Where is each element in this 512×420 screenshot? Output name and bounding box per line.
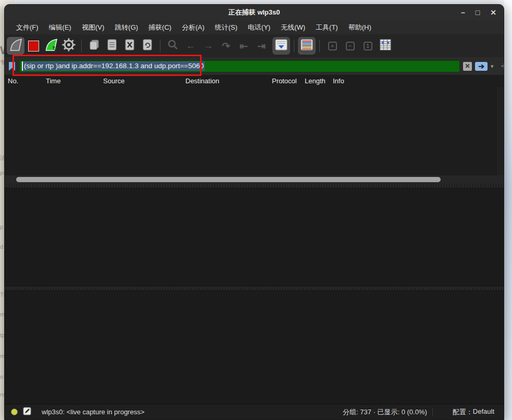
menu-item-edit[interactable]: 编辑(E): [44, 23, 77, 32]
display-filter-text: (sip or rtp )and ip.addr==192.168.1.3 an…: [22, 61, 205, 71]
close-file-icon: [123, 39, 136, 53]
desktop-background-right: [504, 0, 512, 420]
apply-filter-button[interactable]: ➔: [475, 62, 488, 71]
curved-arrow-icon: ↷: [222, 40, 230, 52]
pane-splitter-top[interactable]: [5, 184, 504, 188]
filter-bar: (sip or rtp )and ip.addr==192.168.1.3 an…: [5, 57, 504, 75]
search-icon: [167, 39, 179, 53]
zoom-out-icon: −: [346, 42, 355, 50]
zoom-original-button: 1: [359, 37, 377, 55]
bookmark-icon: [8, 61, 16, 71]
go-to-packet-button: ↷: [217, 37, 235, 55]
menu-item-statistics[interactable]: 统计(S): [209, 23, 242, 32]
save-capture-file-button[interactable]: [103, 37, 121, 55]
desktop-text-fragment: d: [0, 244, 3, 250]
status-separator: [432, 408, 433, 416]
resize-columns-button[interactable]: [377, 37, 394, 55]
desktop-text-fragment: p: [0, 224, 3, 230]
main-toolbar: ↻: [5, 34, 504, 57]
arrow-left-icon: ←: [186, 40, 196, 52]
reload-file-icon: [141, 39, 154, 53]
arrow-to-start-icon: ⇤: [240, 40, 248, 52]
window-controls: – □ ✕: [461, 5, 496, 20]
profile-label: 配置：: [453, 408, 473, 417]
clear-filter-button[interactable]: ✕: [463, 62, 472, 71]
wireshark-window: 正在捕获 wlp3s0 – □ ✕ 文件(F) 编辑(E) 视图(V) 跳转(G…: [4, 4, 504, 420]
menu-item-file[interactable]: 文件(F): [11, 23, 44, 32]
pane-splitter-bottom[interactable]: [5, 286, 504, 290]
menu-item-wireless[interactable]: 无线(W): [276, 23, 310, 32]
auto-scroll-icon: [274, 39, 288, 53]
packet-details-pane[interactable]: [5, 188, 504, 286]
stop-capture-button[interactable]: [24, 37, 42, 55]
menu-item-go[interactable]: 跳转(G): [109, 23, 143, 32]
expert-info-icon[interactable]: [11, 409, 18, 415]
packet-list-header: No. Time Source Destination Protocol Len…: [5, 75, 504, 87]
colorize-packets-button[interactable]: [298, 37, 316, 55]
toolbar-separator: [81, 40, 82, 52]
zoom-original-icon: 1: [364, 42, 372, 50]
last-packet-button: ⇥: [253, 37, 270, 55]
column-header-destination[interactable]: Destination: [185, 77, 219, 85]
auto-scroll-button[interactable]: [272, 37, 290, 55]
column-header-no[interactable]: No.: [8, 77, 18, 85]
add-filter-button: +: [501, 60, 504, 72]
close-button[interactable]: ✕: [490, 5, 496, 20]
capture-options-button[interactable]: [60, 37, 78, 55]
menu-item-capture[interactable]: 捕获(C): [143, 23, 177, 32]
packet-bytes-pane[interactable]: [5, 290, 504, 404]
toolbar-separator: [294, 40, 294, 52]
menu-item-telephony[interactable]: 电话(Y): [243, 23, 276, 32]
zoom-in-icon: +: [328, 42, 337, 50]
start-capture-button[interactable]: [7, 37, 24, 55]
zoom-in-button: +: [323, 37, 341, 55]
open-file-icon: [88, 39, 101, 53]
restart-arrow-icon: ↻: [53, 45, 57, 52]
maximize-button[interactable]: □: [476, 5, 480, 20]
packet-list-horizontal-scrollbar[interactable]: [5, 175, 504, 184]
save-file-icon: [106, 39, 118, 53]
colorize-icon: [300, 39, 314, 53]
close-capture-file-button[interactable]: [121, 37, 139, 55]
title-bar[interactable]: 正在捕获 wlp3s0 – □ ✕: [5, 5, 504, 20]
menu-item-view[interactable]: 视图(V): [77, 23, 109, 32]
filter-dropdown-button[interactable]: ▾: [491, 63, 494, 70]
arrow-right-icon: →: [204, 40, 214, 52]
capture-comment-icon[interactable]: [23, 407, 31, 417]
shark-fin-icon: [9, 38, 23, 54]
window-title: 正在捕获 wlp3s0: [5, 8, 504, 17]
go-back-button: ←: [182, 37, 199, 55]
column-header-length[interactable]: Length: [305, 77, 326, 85]
menu-item-analyze[interactable]: 分析(A): [177, 23, 209, 32]
column-header-time[interactable]: Time: [46, 77, 60, 85]
minimize-button[interactable]: –: [461, 5, 465, 20]
desktop-text-fragment: o: [0, 374, 3, 380]
toolbar-separator: [160, 40, 160, 52]
menu-bar: 文件(F) 编辑(E) 视图(V) 跳转(G) 捕获(C) 分析(A) 统计(S…: [5, 20, 504, 34]
packet-list-pane[interactable]: No. Time Source Destination Protocol Len…: [5, 75, 504, 184]
find-packet-button: [164, 37, 182, 55]
profile-value: Default: [473, 408, 494, 417]
column-header-source[interactable]: Source: [103, 77, 124, 85]
menu-item-help[interactable]: 帮助(H): [343, 23, 377, 32]
display-filter-input[interactable]: (sip or rtp )and ip.addr==192.168.1.3 an…: [19, 60, 460, 72]
status-bar: wlp3s0: <live capture in progress> 分组: 7…: [5, 404, 504, 419]
filter-bookmark-button[interactable]: [8, 61, 16, 71]
profile-section[interactable]: 配置： Default: [453, 408, 494, 417]
open-capture-file-button[interactable]: [85, 37, 103, 55]
capture-status-text: wlp3s0: <live capture in progress>: [42, 408, 144, 416]
horizontal-scrollbar-thumb[interactable]: [16, 177, 441, 182]
first-packet-button: ⇤: [235, 37, 253, 55]
desktop-text-fragment: P: [0, 171, 4, 177]
resize-columns-icon: [379, 39, 392, 53]
reload-capture-file-button[interactable]: [139, 37, 156, 55]
column-header-info[interactable]: Info: [333, 77, 344, 85]
column-header-protocol[interactable]: Protocol: [272, 77, 297, 85]
stop-square-icon: [28, 41, 39, 52]
toolbar-separator: [319, 40, 320, 52]
packet-list-body[interactable]: [5, 87, 497, 175]
restart-capture-button[interactable]: ↻: [42, 37, 60, 55]
arrow-to-end-icon: ⇥: [257, 40, 266, 52]
packet-list-vertical-scrollbar[interactable]: [497, 87, 504, 175]
menu-item-tools[interactable]: 工具(T): [310, 23, 343, 32]
